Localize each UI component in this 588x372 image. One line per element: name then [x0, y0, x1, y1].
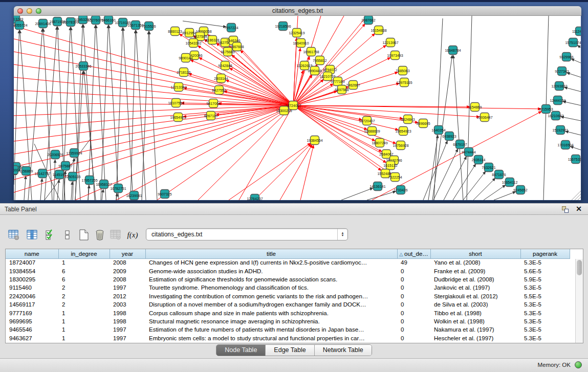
- table-cell[interactable]: 2: [58, 292, 110, 300]
- table-cell[interactable]: 9115460: [6, 283, 58, 292]
- table-cell[interactable]: 2008: [110, 275, 145, 283]
- table-cell[interactable]: 0: [397, 317, 430, 325]
- table-cell[interactable]: Estimation of the future numbers of pati…: [145, 325, 397, 334]
- table-cell[interactable]: Stergiakouli et al. (2012): [430, 292, 520, 300]
- table-row[interactable]: 2242004622012Investigating the contribut…: [6, 292, 570, 300]
- table-cell[interactable]: Franke et al. (2009): [430, 267, 520, 275]
- table-cell[interactable]: 2: [58, 300, 110, 309]
- table-cell[interactable]: Structural magnetic resonance image aver…: [145, 317, 397, 325]
- tab-edge-table[interactable]: Edge Table: [266, 345, 314, 356]
- table-row[interactable]: 946554611997Estimation of the future num…: [6, 325, 570, 334]
- table-cell[interactable]: Genome-wide association studies in ADHD.: [145, 267, 397, 275]
- table-cell[interactable]: Investigating the contribution of common…: [145, 292, 397, 300]
- table-cell[interactable]: 5.3E-5: [520, 325, 570, 334]
- table-cell[interactable]: Tibbo et al. (1998): [430, 309, 520, 317]
- resize-grip-icon[interactable]: [578, 197, 581, 200]
- table-cell[interactable]: de Silva et al. (2003): [430, 300, 520, 309]
- table-cell[interactable]: Nakamura et al. (1997): [430, 325, 520, 334]
- table-cell[interactable]: 5.3E-5: [520, 258, 570, 267]
- column-header-indegree[interactable]: in_degree: [58, 249, 110, 258]
- column-header-pagerank[interactable]: pagerank: [520, 249, 570, 258]
- table-cell[interactable]: Embryonic stem cells: a model to study s…: [145, 334, 397, 342]
- table-cell[interactable]: 5.6E-5: [520, 267, 570, 275]
- table-cell[interactable]: 0: [397, 309, 430, 317]
- delete-table-button[interactable]: [92, 227, 107, 243]
- table-cell[interactable]: 2009: [110, 267, 145, 275]
- table-cell[interactable]: 22420046: [6, 292, 58, 300]
- table-cell[interactable]: 0: [397, 292, 430, 300]
- table-cell[interactable]: 2008: [110, 258, 145, 267]
- table-cell[interactable]: 2012: [110, 292, 145, 300]
- network-canvas[interactable]: 1872400723113249240557242069140619871938…: [14, 16, 581, 200]
- table-cell[interactable]: 5.9E-5: [520, 275, 570, 283]
- table-cell[interactable]: 0: [397, 283, 430, 292]
- citation-graph[interactable]: 1872400723113249240557242069140619871938…: [14, 16, 581, 200]
- table-cell[interactable]: 0: [397, 275, 430, 283]
- table-cell[interactable]: 1: [58, 317, 110, 325]
- table-cell[interactable]: 18300295: [6, 275, 58, 283]
- table-cell[interactable]: Dudbridge et al. (2008): [430, 275, 520, 283]
- column-header-name[interactable]: name: [6, 249, 58, 258]
- table-cell[interactable]: 1998: [110, 317, 145, 325]
- table-cell[interactable]: 2: [58, 283, 110, 292]
- table-cell[interactable]: Disruption of a novel member of a sodium…: [145, 300, 397, 309]
- table-cell[interactable]: 19384554: [6, 267, 58, 275]
- network-window-titlebar[interactable]: citations_edges.txt: [14, 6, 581, 16]
- table-cell[interactable]: 9699695: [6, 317, 58, 325]
- table-cell[interactable]: 1997: [110, 325, 145, 334]
- column-header-year[interactable]: year: [110, 249, 145, 258]
- table-cell[interactable]: 1: [58, 334, 110, 342]
- table-cell[interactable]: 9777169: [6, 309, 58, 317]
- table-cell[interactable]: 5.5E-5: [520, 292, 570, 300]
- table-cell[interactable]: Estimation of significance thresholds fo…: [145, 275, 397, 283]
- table-cell[interactable]: Tourette syndrome. Phenomenology and cla…: [145, 283, 397, 292]
- table-cell[interactable]: 18724007: [6, 258, 58, 267]
- table-cell[interactable]: Jankovic et al. (1997): [430, 283, 520, 292]
- table-row[interactable]: 946362711997Embryonic stem cells: a mode…: [6, 334, 570, 342]
- table-cell[interactable]: Yano et al. (2008): [430, 258, 520, 267]
- table-cell[interactable]: 9465546: [6, 325, 58, 334]
- table-cell[interactable]: 1: [58, 325, 110, 334]
- table-options-button[interactable]: [6, 227, 21, 243]
- table-row[interactable]: 977716911998Corpus callosum shape and si…: [6, 309, 570, 317]
- table-cell[interactable]: 0: [397, 325, 430, 334]
- unselect-all-button[interactable]: [60, 227, 75, 243]
- table-cell[interactable]: Wolkin et al. (1998): [430, 317, 520, 325]
- select-all-button[interactable]: [43, 227, 58, 243]
- table-row[interactable]: 1872400712008Changes of HCN gene express…: [6, 258, 570, 267]
- network-window[interactable]: citations_edges.txt 18724007231132492405…: [14, 6, 581, 201]
- table-row[interactable]: 911546021997Tourette syndrome. Phenomeno…: [6, 283, 570, 292]
- table-cell[interactable]: 1: [58, 258, 110, 267]
- table-cell[interactable]: 14569117: [6, 300, 58, 309]
- table-cell[interactable]: 0: [397, 300, 430, 309]
- table-cell[interactable]: Corpus callosum shape and size in male p…: [145, 309, 397, 317]
- table-cell[interactable]: 5.3E-5: [520, 283, 570, 292]
- table-cell[interactable]: 6: [58, 275, 110, 283]
- table-cell[interactable]: 6: [58, 267, 110, 275]
- table-cell[interactable]: 5.3E-5: [520, 317, 570, 325]
- table-cell[interactable]: 1997: [110, 283, 145, 292]
- column-header-outde[interactable]: △out_de…: [397, 249, 430, 258]
- show-column-button[interactable]: [25, 227, 40, 243]
- table-cell[interactable]: 0: [397, 267, 430, 275]
- table-cell[interactable]: 2003: [110, 300, 145, 309]
- table-cell[interactable]: 9463627: [6, 334, 58, 342]
- table-cell[interactable]: 0: [397, 334, 430, 342]
- table-scrollbar[interactable]: [575, 259, 583, 343]
- table-row[interactable]: 1938455462009Genome-wide association stu…: [6, 267, 570, 275]
- tab-node-table[interactable]: Node Table: [216, 345, 266, 356]
- table-cell[interactable]: 49: [397, 258, 430, 267]
- table-cell[interactable]: 5.3E-5: [520, 309, 570, 317]
- table-cell[interactable]: 5.3E-5: [520, 300, 570, 309]
- float-panel-icon[interactable]: [562, 206, 569, 213]
- resize-grip-icon[interactable]: [575, 194, 581, 200]
- column-header-short[interactable]: short: [430, 249, 520, 258]
- table-cell[interactable]: Hescheler et al. (1997): [430, 334, 520, 342]
- tab-network-table[interactable]: Network Table: [315, 345, 372, 356]
- import-table-button[interactable]: [108, 227, 123, 243]
- table-row[interactable]: 1830029562008Estimation of significance …: [6, 275, 570, 283]
- table-cell[interactable]: 5.3E-5: [520, 334, 570, 342]
- table-row[interactable]: 1456911722003Disruption of a novel membe…: [6, 300, 570, 309]
- close-panel-icon[interactable]: ✕: [576, 205, 582, 213]
- table-cell[interactable]: 1: [58, 309, 110, 317]
